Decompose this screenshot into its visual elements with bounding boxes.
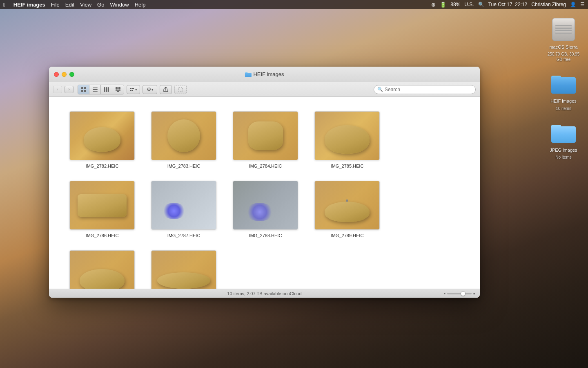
hdd-sublabel: 250.79 GB, 30.95 GB free bbox=[547, 52, 580, 62]
title-folder-body bbox=[245, 73, 251, 77]
heif-folder-image bbox=[550, 70, 577, 96]
locale-indicator: U.S. bbox=[464, 2, 474, 7]
file-item-img2782[interactable]: IMG_2782.HEIC bbox=[61, 105, 143, 175]
size-large-icon: ▪ bbox=[473, 291, 475, 296]
icon-view-button[interactable] bbox=[78, 85, 89, 94]
desktop-icon-macos-sierra[interactable]: macOS Sierra 250.79 GB, 30.95 GB free bbox=[547, 16, 580, 62]
menu-edit[interactable]: Edit bbox=[65, 2, 74, 8]
search-icon: 🔍 bbox=[377, 87, 383, 92]
file-grid-container: IMG_2782.HEIC IMG_2783.HEIC IMG_2784.HEI… bbox=[49, 97, 480, 289]
svg-rect-15 bbox=[130, 88, 131, 89]
back-button[interactable]: ‹ bbox=[53, 86, 62, 93]
window-title: HEIF images bbox=[245, 71, 284, 77]
menu-file[interactable]: File bbox=[51, 2, 60, 8]
hdd-label: macOS Sierra bbox=[549, 44, 577, 50]
list-view-button[interactable] bbox=[89, 85, 101, 94]
traffic-lights bbox=[54, 72, 74, 77]
statusbar-text: 10 items, 2.07 TB available on iCloud bbox=[227, 291, 301, 296]
menu-finder[interactable]: HEIF images bbox=[13, 2, 45, 8]
svg-rect-14 bbox=[117, 91, 119, 92]
thumb-glow bbox=[245, 203, 274, 221]
menu-help[interactable]: Help bbox=[135, 2, 146, 8]
window-title-text: HEIF images bbox=[253, 71, 284, 77]
datetime: Tue Oct 17 22:12 bbox=[488, 2, 528, 7]
user-name: Christian Zibreg bbox=[531, 2, 566, 7]
hdd-visual bbox=[552, 18, 575, 41]
thumbnail-img2789 bbox=[314, 181, 380, 230]
svg-rect-19 bbox=[131, 90, 133, 91]
svg-rect-13 bbox=[116, 90, 120, 91]
apple-menu[interactable]:  bbox=[3, 2, 5, 8]
svg-rect-16 bbox=[131, 88, 133, 89]
thumbnail-visual-img2785 bbox=[315, 112, 379, 160]
search-input[interactable] bbox=[385, 87, 472, 92]
svg-rect-8 bbox=[106, 87, 107, 92]
menu-view[interactable]: View bbox=[80, 2, 91, 8]
size-slider[interactable] bbox=[447, 293, 472, 294]
heif-folder-label: HEIF images bbox=[550, 98, 577, 104]
forward-button[interactable]: › bbox=[65, 86, 74, 93]
thumb-object bbox=[167, 119, 200, 152]
file-item-img2786[interactable]: IMG_2786.HEIC bbox=[61, 175, 143, 244]
desktop-icon-heif[interactable]: HEIF images 10 items bbox=[547, 70, 580, 111]
file-grid: IMG_2782.HEIC IMG_2783.HEIC IMG_2784.HEI… bbox=[61, 105, 468, 289]
thumbnail-visual-img2784 bbox=[233, 112, 298, 160]
search-bar[interactable]: 🔍 bbox=[374, 85, 476, 94]
thumbnail-visual-img2782 bbox=[70, 112, 134, 160]
size-small-icon: ▪ bbox=[444, 292, 445, 296]
file-label-img2785: IMG_2785.HEIC bbox=[331, 164, 364, 168]
finder-window: HEIF images ‹ › bbox=[49, 67, 480, 298]
maximize-button[interactable] bbox=[69, 72, 74, 77]
file-item-img2783[interactable]: IMG_2783.HEIC bbox=[143, 105, 225, 175]
menu-window[interactable]: Window bbox=[110, 2, 129, 8]
thumbnail-img2785 bbox=[314, 111, 380, 160]
jpeg-folder-label: JPEG images bbox=[550, 147, 577, 153]
desktop-icon-jpeg[interactable]: JPEG images No items bbox=[547, 119, 580, 160]
thumb-object bbox=[78, 194, 127, 217]
view-mode-buttons bbox=[78, 85, 124, 94]
file-item-img2788[interactable]: IMG_2788.HEIC bbox=[225, 175, 306, 244]
svg-rect-20 bbox=[178, 88, 183, 92]
svg-rect-17 bbox=[133, 88, 134, 89]
svg-rect-5 bbox=[93, 89, 98, 90]
file-item-img2790[interactable]: IMG_2790.HEIC bbox=[61, 244, 143, 289]
thumbnail-img2790 bbox=[69, 250, 135, 289]
thumb-object bbox=[157, 272, 210, 289]
menu-go[interactable]: Go bbox=[97, 2, 104, 8]
file-item-img2785[interactable]: IMG_2785.HEIC bbox=[306, 105, 388, 175]
size-slider-area: ▪ ▪ bbox=[444, 291, 475, 296]
wifi-icon: ⊛ bbox=[431, 2, 436, 8]
tag-button[interactable] bbox=[174, 85, 187, 94]
file-item-img2789[interactable]: IMG_2789.HEIC bbox=[306, 175, 388, 244]
thumbnail-visual-img2789 bbox=[315, 181, 379, 229]
menubar:  HEIF images File Edit View Go Window H… bbox=[0, 0, 588, 9]
thumbnail-img2788 bbox=[233, 181, 298, 230]
minimize-button[interactable] bbox=[62, 72, 67, 77]
thumbnail-img2791 bbox=[151, 250, 216, 289]
arrange-button[interactable]: ▾ bbox=[127, 85, 140, 94]
size-slider-thumb bbox=[461, 291, 466, 296]
cover-view-button[interactable] bbox=[112, 85, 124, 94]
thumbnail-visual-img2788 bbox=[233, 181, 298, 229]
file-item-img2791[interactable]: IMG_2791.HEIC bbox=[143, 244, 225, 289]
thumb-object bbox=[325, 202, 370, 222]
file-item-img2784[interactable]: IMG_2784.HEIC bbox=[225, 105, 306, 175]
column-view-button[interactable] bbox=[101, 85, 112, 94]
share-button[interactable] bbox=[160, 85, 172, 94]
file-label-img2783: IMG_2783.HEIC bbox=[167, 164, 200, 168]
svg-rect-10 bbox=[116, 87, 117, 90]
thumbnail-visual-img2786 bbox=[70, 181, 134, 229]
search-icon[interactable]: 🔍 bbox=[478, 2, 484, 7]
thumb-object bbox=[84, 127, 120, 152]
notification-icon[interactable]: ☰ bbox=[580, 2, 585, 7]
svg-rect-7 bbox=[104, 87, 105, 92]
file-item-img2787[interactable]: IMG_2787.HEIC bbox=[143, 175, 225, 244]
action-button[interactable]: ⚙▾ bbox=[143, 85, 157, 94]
close-button[interactable] bbox=[54, 72, 59, 77]
thumbnail-img2786 bbox=[69, 181, 135, 230]
svg-rect-18 bbox=[130, 90, 131, 91]
thumbnail-visual-img2787 bbox=[151, 181, 216, 229]
file-label-img2787: IMG_2787.HEIC bbox=[167, 233, 200, 238]
thumbnail-img2782 bbox=[69, 111, 135, 160]
desktop-icons-container: macOS Sierra 250.79 GB, 30.95 GB free HE… bbox=[547, 16, 580, 160]
